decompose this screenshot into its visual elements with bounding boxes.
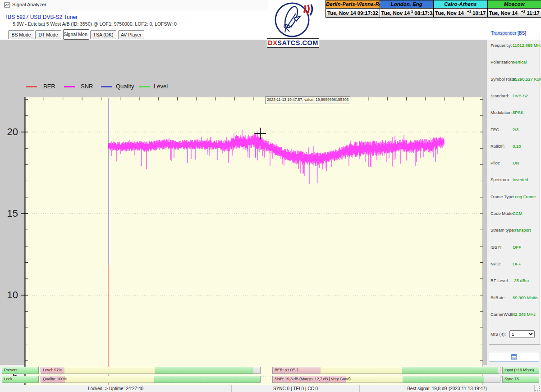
clock-3: MoscowTue, Nov 14+211:17 xyxy=(487,0,541,17)
tp-field-label: Spectrum: xyxy=(491,177,510,182)
level-bar-segment xyxy=(155,367,253,374)
panel-button[interactable] xyxy=(489,352,539,362)
tp-field-value: 35290,527 KS/s xyxy=(513,77,541,82)
dxsatcs-logo: DXSATCS.COM xyxy=(267,0,319,48)
tp-field-value: -25 dBm xyxy=(513,278,529,283)
ber-bar-label: BER: <1.0E-7 xyxy=(275,368,298,372)
window-list-icon xyxy=(511,354,517,360)
tp-field-value: OFF xyxy=(513,245,521,250)
satellite-dish-icon xyxy=(268,0,318,38)
ber-bar-segment xyxy=(402,367,498,374)
clock-time: 08:17:32 xyxy=(414,10,435,16)
tp-field-value: 8PSK xyxy=(513,110,523,115)
legend-line-quality xyxy=(101,86,112,87)
device-subtitle: 5.0W - Eutelsat 5 West A/B (ID: 3550) @ … xyxy=(13,21,177,27)
transponder-title: Transponder [BS] xyxy=(490,31,527,36)
snr-bar: SNR: 19,3 dB (Margin: 12,7 dB | Very Goo… xyxy=(272,376,500,383)
quality-bar-segment xyxy=(65,376,154,383)
chart-panel: BERSNRQualityLevel 2015105 xyxy=(0,40,487,365)
tp-field-value: CCM xyxy=(513,211,523,216)
snr-bar-label: SNR: 19,3 dB (Margin: 12,7 dB | Very Goo… xyxy=(275,377,351,381)
device-title: TBS 5927 USB DVB-S2 Tuner xyxy=(5,14,78,20)
clock-city: Moscow xyxy=(488,0,541,9)
clock-date: Tue, Nov 14 xyxy=(489,10,522,16)
tp-field-value: 2/3 xyxy=(513,127,518,132)
clock-city: London, Eng xyxy=(380,0,434,9)
quality-bar: Quality: 100% xyxy=(41,376,261,383)
clock-date: Tue, Nov 14 xyxy=(435,10,467,16)
status-bar: Locked -> Uptime: 24:27:40 SYNC 0 | TEI … xyxy=(0,385,541,392)
resize-grip xyxy=(534,385,541,392)
tp-field-label: Modulation: xyxy=(491,110,513,115)
level-bar: Level: 97% xyxy=(41,367,261,374)
tp-field-value: 11012,885 MHz xyxy=(513,43,541,48)
mis-select[interactable]: 1 xyxy=(509,330,535,338)
tp-field-value: Long Frame xyxy=(513,194,536,199)
logo-rest: SATCS.COM xyxy=(277,39,318,46)
level-bar-label: Level: 97% xyxy=(43,368,62,372)
y-tick-label: 15 xyxy=(1,208,18,219)
tab-bs-mode[interactable]: BS Mode xyxy=(8,30,34,39)
tab-signal-mon[interactable]: Signal Mon. xyxy=(63,29,89,40)
tp-field-value: Vertical xyxy=(513,59,527,64)
ber-bar-segment xyxy=(321,367,402,374)
legend-line-ber xyxy=(26,86,37,87)
snr-bar-segment xyxy=(403,376,484,383)
signal-chart[interactable] xyxy=(19,97,487,392)
legend-label-ber: BER xyxy=(43,83,55,90)
clock-utc-offset: +1 xyxy=(467,9,471,14)
tp-field-label: Frequency: xyxy=(491,43,512,48)
clock-time: 10:17 xyxy=(472,10,486,16)
tp-field-value: Inverted xyxy=(513,177,528,182)
tp-field-label: RollOff: xyxy=(491,144,505,149)
ber-bar-segment xyxy=(498,367,500,374)
snr-bar-segment xyxy=(484,376,500,383)
level-bar-segment xyxy=(253,367,260,374)
clock-utc-offset: -1 xyxy=(410,9,413,14)
tp-field-label: CarrierWidth: xyxy=(491,312,516,317)
world-clocks: Berlin-Paris-Vienna-RomaTue, Nov 1409:17… xyxy=(326,0,541,18)
tp-field-value: 0.20 xyxy=(513,144,521,149)
clock-time: 11:17 xyxy=(527,10,540,16)
clock-utc-offset: +2 xyxy=(521,9,525,14)
lock-bar-label: Lock xyxy=(4,377,12,381)
input-bar-label: Input (~19 Mbps) xyxy=(504,368,534,372)
status-best-signal: Best signal: 19,8 dB (2023-11-13 19:47) xyxy=(359,385,534,392)
tp-field-label: RF Level: xyxy=(491,278,509,283)
ber-bar: BER: <1.0E-7 xyxy=(272,367,500,374)
quality-bar-label: Quality: 100% xyxy=(43,377,67,381)
tp-field-label: Polarization: xyxy=(491,59,514,64)
clock-2: Cairo-AthensTue, Nov 14+110:17 xyxy=(433,0,487,17)
legend-label-quality: Quality xyxy=(116,83,134,90)
present-bar: Present xyxy=(2,367,39,374)
dxsatcs-logo-text: DXSATCS.COM xyxy=(267,38,319,48)
clock-date: Tue, Nov 14 xyxy=(381,10,410,16)
logo-dx: DX xyxy=(268,39,277,46)
clock-time-row: Tue, Nov 1409:17:32 xyxy=(326,9,380,17)
tp-field-label: BitRate: xyxy=(491,295,506,300)
input-bar: Input (~19 Mbps) xyxy=(502,367,539,374)
app-icon xyxy=(4,2,10,8)
status-sync-counters: SYNC 0 | TEI 0 | CC 0 xyxy=(231,385,359,392)
clock-time-row: Tue, Nov 14+110:17 xyxy=(434,9,487,17)
window-title: Signal Analyzer xyxy=(12,2,46,7)
present-bar-label: Present xyxy=(4,368,18,372)
tab-av-player[interactable]: AV Player xyxy=(118,30,144,39)
tp-field-label: Standard: xyxy=(491,93,509,98)
y-tick-label: 20 xyxy=(1,126,18,138)
tp-field-value: Transport xyxy=(513,228,531,232)
clock-time-row: Tue, Nov 14-108:17:32 xyxy=(380,9,434,17)
chart-tooltip: 2023-11-13 19.47.57, value: 19,899999618… xyxy=(265,96,350,104)
clock-1: London, EngTue, Nov 14-108:17:32 xyxy=(380,0,434,17)
tp-field-label: Stream type: xyxy=(491,228,515,232)
legend-line-snr xyxy=(64,86,75,87)
clock-date: Tue, Nov 14 xyxy=(327,10,356,16)
tp-field-label: Pilot: xyxy=(491,160,500,165)
status-uptime: Locked -> Uptime: 24:27:40 xyxy=(0,385,231,392)
tab-tsa-ok[interactable]: TSA (OK) xyxy=(90,30,116,39)
tp-field-value: DVB-S2 xyxy=(513,93,528,98)
legend-label-snr: SNR xyxy=(81,83,93,90)
tab-dt-mode[interactable]: DT Mode xyxy=(35,30,61,39)
lock-bar: Lock xyxy=(2,376,39,383)
tp-field-label: NPD: xyxy=(491,261,501,266)
